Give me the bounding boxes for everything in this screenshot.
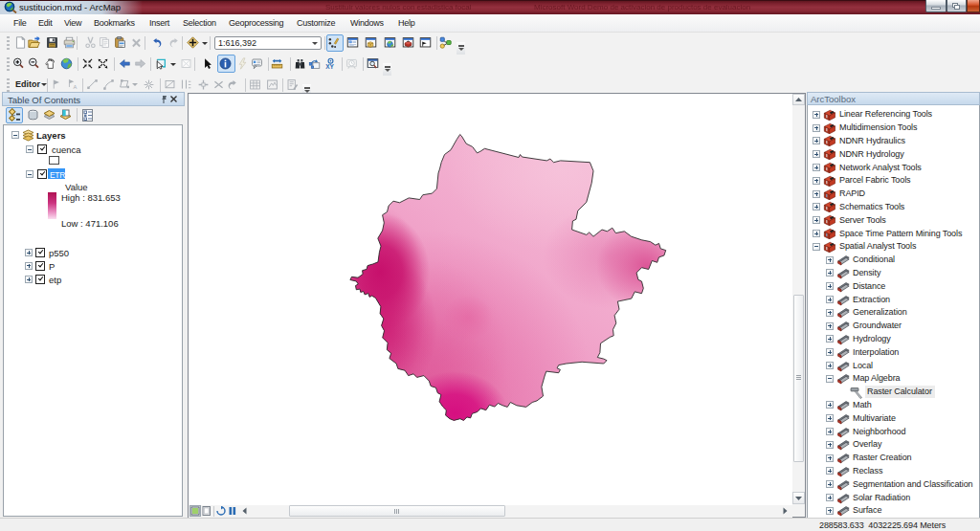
svg-text:A: A [74,84,78,90]
svg-text:XY: XY [325,63,334,70]
